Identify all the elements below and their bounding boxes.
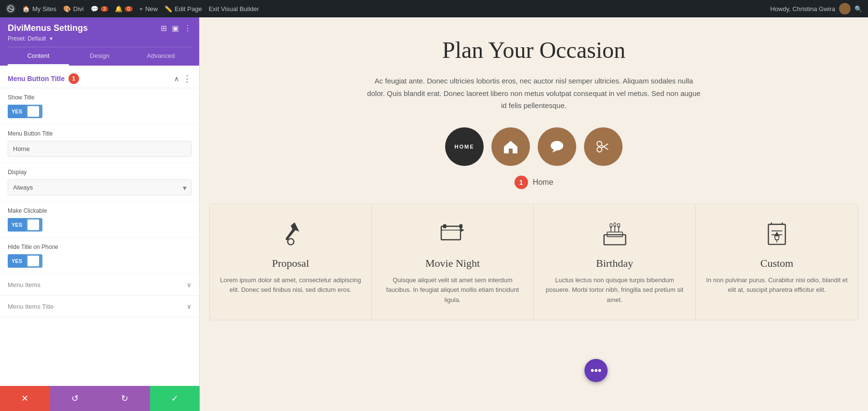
preset-chevron-icon[interactable]: ▾ [50,35,53,42]
menu-button-title-label: Menu Button Title [8,130,191,137]
svg-point-3 [597,141,602,146]
toggle-knob [27,106,39,117]
menu-circle-chat[interactable] [538,127,576,166]
make-clickable-toggle-wrap: YES [8,218,191,232]
bottom-buttons: ✕ ↺ ↻ ✓ [0,386,200,411]
page-title: Plan Your Occasion [209,37,858,63]
admin-bar: 🏠 My Sites 🎨 Divi 💬 3 🔔 0 + New ✏️ Edit … [0,0,868,17]
make-clickable-label: Make Clickable [8,207,191,214]
hide-title-phone-yes-label: YES [8,254,26,268]
tabs: Content Design Advanced [8,47,191,66]
wordpress-icon[interactable] [6,4,15,14]
display-select-wrap: Always Never Hover [8,179,191,195]
menu-label-row: 1 Home [209,176,858,189]
card-text-custom: In non pulvinar purus. Curabitur nisi od… [705,275,848,296]
make-clickable-knob [27,219,39,230]
comment-icon: 💬 [91,5,98,13]
options-icon[interactable]: ⋮ [183,73,191,84]
hide-title-phone-field: Hide Title on Phone YES [0,238,199,274]
show-title-toggle-wrap: YES [8,105,191,118]
edit-icon: ✏️ [164,5,172,13]
tab-advanced[interactable]: Advanced [130,47,191,66]
page-description: Ac feugiat ante. Donec ultricies loborti… [365,75,703,112]
menu-circle-home-icon[interactable] [491,127,530,166]
section-header-menu-button-title: Menu Button Title 1 ∧ ⋮ [0,66,199,88]
my-sites-link[interactable]: 🏠 My Sites [22,5,56,13]
save-button[interactable]: ✓ [150,386,200,411]
section-controls: ∧ ⋮ [174,73,191,84]
comments-link[interactable]: 💬 3 [91,5,108,13]
svg-marker-26 [774,232,779,236]
card-title-custom: Custom [705,257,848,270]
panel-content: Menu Button Title 1 ∧ ⋮ Show Title YES [0,66,199,411]
home-icon: 🏠 [22,5,30,13]
collapse-icon[interactable]: ∧ [174,75,179,82]
svg-marker-27 [774,236,779,240]
hide-title-phone-toggle[interactable]: YES [8,254,42,268]
divi-link[interactable]: 🎨 Divi [63,5,84,13]
menu-circle-home-active[interactable]: HOME [445,127,484,166]
menu-button-title-field: Menu Button Title [0,124,199,163]
edit-page-link[interactable]: ✏️ Edit Page [164,5,202,13]
menu-items-header[interactable]: Menu Items ∨ [0,274,199,295]
preset-row: Preset: Default ▾ [8,35,191,47]
tab-design[interactable]: Design [69,47,130,66]
toggle-yes-label: YES [8,105,26,118]
card-text-birthday: Luctus lectus non quisque turpis bibendu… [543,275,686,305]
card-birthday: Birthday Luctus lectus non quisque turpi… [534,204,696,320]
menu-items-section: Menu Items ∨ [0,274,199,296]
card-custom: Custom In non pulvinar purus. Curabitur … [696,204,858,320]
right-content: Plan Your Occasion Ac feugiat ante. Done… [200,17,868,411]
more-icon[interactable]: ⋮ [184,24,191,33]
bubble-icon: 🔔 [115,5,122,13]
show-title-field: Show Title YES [0,88,199,124]
menu-button-title-input[interactable] [8,141,191,157]
redo-button[interactable]: ↻ [100,386,150,411]
display-field: Display Always Never Hover [0,163,199,202]
menu-circles: HOME [209,127,858,166]
avatar[interactable] [839,3,851,14]
search-icon[interactable]: 🔍 [854,5,862,13]
layout-icon[interactable]: ▣ [172,24,179,33]
resize-icon[interactable]: ⊞ [161,24,167,33]
svg-point-1 [551,141,563,151]
hide-title-phone-knob [27,256,39,266]
card-text-movie-night: Quisque aliquet velit sit amet sem inter… [381,275,524,305]
card-icon-birthday [599,219,630,249]
show-title-toggle[interactable]: YES [8,105,42,118]
menu-items-title-header[interactable]: Menu Items Title ∨ [0,296,199,317]
menu-circle-scissors[interactable] [584,127,623,166]
card-movie-night: Movie Night Quisque aliquet velit sit am… [372,204,534,320]
card-icon-movie-night [437,219,468,249]
floating-action-button[interactable]: ••• [584,359,608,382]
card-text-proposal: Lorem ipsum dolor sit amet, consectetur … [219,275,362,296]
menu-items-title-section: Menu Items Title ∨ [0,296,199,317]
bubble-link[interactable]: 🔔 0 [115,5,133,13]
tab-content[interactable]: Content [8,47,69,66]
card-title-movie-night: Movie Night [381,257,524,270]
menu-number-badge: 1 [515,176,528,189]
menu-items-title-label: Menu Items Title [8,303,54,310]
menu-items-chevron-icon: ∨ [187,281,191,288]
make-clickable-toggle[interactable]: YES [8,218,42,232]
howdy-text: Howdy, Christina Gwira [770,5,835,13]
admin-bar-right: Howdy, Christina Gwira 🔍 [770,3,862,14]
new-link[interactable]: + New [139,5,158,13]
card-icon-custom [761,219,792,249]
card-icon-proposal [275,219,306,249]
undo-button[interactable]: ↺ [50,386,100,411]
make-clickable-field: Make Clickable YES [0,202,199,238]
menu-items-label: Menu Items [8,281,41,288]
svg-marker-10 [461,228,464,232]
exit-builder-link[interactable]: Exit Visual Builder [209,5,259,13]
section-title-row: Menu Button Title 1 [8,73,79,84]
section-badge: 1 [68,73,79,84]
svg-point-7 [287,238,294,245]
display-select[interactable]: Always Never Hover [8,179,191,195]
cancel-button[interactable]: ✕ [0,386,50,411]
panel-title: DiviMenus Settings [8,23,88,33]
section-title-menu-button: Menu Button Title [8,75,65,82]
svg-point-4 [597,147,602,152]
hide-title-phone-toggle-wrap: YES [8,254,191,268]
make-clickable-yes-label: YES [8,218,26,232]
